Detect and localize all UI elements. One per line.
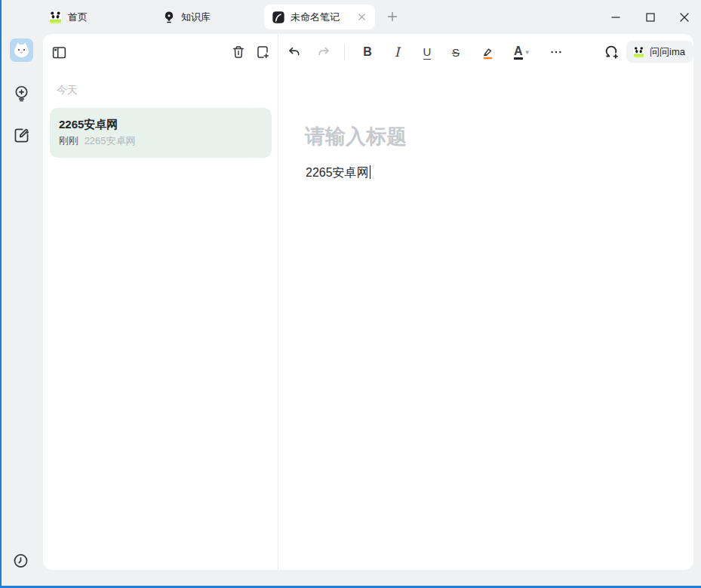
window-accent-border-left	[0, 0, 2, 588]
tab-close-icon[interactable]	[356, 11, 367, 23]
underline-glyph: U	[423, 45, 432, 60]
tab-knowledge-base-label: 知识库	[181, 11, 211, 24]
delete-note-button[interactable]	[229, 43, 248, 61]
app-window: 首页 知识库 未命名笔记	[0, 0, 701, 588]
ask-ima-button[interactable]: 问问ima	[626, 41, 693, 63]
editor-body-value: 2265安卓网	[306, 166, 369, 179]
italic-button[interactable]: I	[388, 43, 406, 61]
window-maximize-button[interactable]	[633, 0, 668, 34]
user-avatar[interactable]	[10, 38, 33, 62]
editor-body-text[interactable]: 2265安卓网	[306, 164, 370, 182]
underline-button[interactable]: U	[418, 43, 436, 61]
tab-untitled-note-label: 未命名笔记	[291, 11, 340, 24]
ima-panda-logo-icon	[632, 45, 645, 58]
note-tab-icon	[272, 11, 285, 24]
ai-chat-add-button[interactable]	[602, 43, 620, 61]
tab-home[interactable]: 首页	[48, 5, 88, 29]
text-cursor	[370, 165, 371, 179]
tab-untitled-note[interactable]: 未命名笔记	[264, 5, 375, 29]
content-panel: B I U S A ▾	[43, 34, 693, 570]
bold-button[interactable]: B	[358, 43, 377, 61]
note-time: 刚刚	[59, 135, 78, 146]
sidebar-item-compose[interactable]	[13, 127, 30, 144]
toolbar-separator	[344, 44, 345, 60]
window-close-button[interactable]	[667, 0, 701, 34]
note-title: 2265安卓网	[59, 117, 263, 132]
strikethrough-button[interactable]: S	[447, 43, 465, 61]
chevron-down-icon: ▾	[526, 48, 530, 56]
ask-ima-label: 问问ima	[650, 45, 685, 59]
note-meta: 刚刚 2265安卓网	[59, 134, 263, 148]
new-note-button[interactable]	[254, 43, 272, 61]
ima-panda-logo-icon	[48, 10, 63, 24]
font-color-glyph: A	[514, 45, 523, 60]
tab-home-label: 首页	[68, 11, 88, 24]
window-minimize-button[interactable]	[598, 0, 633, 34]
sidebar-item-history[interactable]	[12, 552, 29, 569]
editor-title-placeholder[interactable]: 请输入标题	[305, 125, 407, 149]
notes-group-label: 今天	[57, 84, 78, 97]
new-tab-button[interactable]	[383, 8, 401, 26]
bold-glyph: B	[363, 45, 372, 59]
knowledge-pin-icon	[162, 11, 176, 24]
panel-divider	[278, 34, 278, 570]
font-color-button[interactable]: A ▾	[508, 43, 535, 61]
tab-knowledge-base[interactable]: 知识库	[162, 5, 211, 29]
redo-button[interactable]	[315, 43, 333, 61]
more-options-button[interactable]	[547, 43, 565, 61]
strikethrough-glyph: S	[452, 46, 460, 59]
undo-button[interactable]	[285, 43, 303, 61]
sidebar-item-idea[interactable]	[13, 85, 30, 102]
italic-glyph: I	[395, 45, 400, 60]
highlight-button[interactable]	[478, 43, 497, 61]
note-preview: 2265安卓网	[85, 135, 136, 146]
note-list-item[interactable]: 2265安卓网 刚刚 2265安卓网	[50, 108, 272, 158]
toggle-sidebar-button[interactable]	[50, 43, 68, 61]
